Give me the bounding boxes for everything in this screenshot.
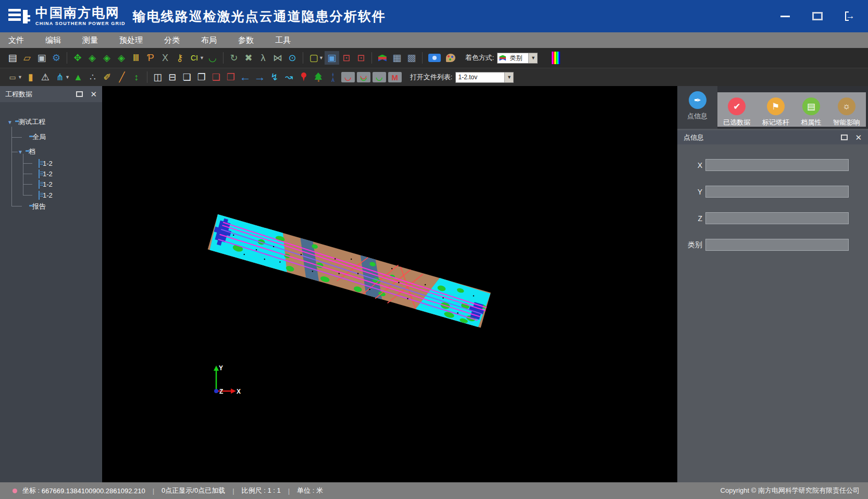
select-active-icon[interactable]: ▣	[325, 51, 339, 65]
tree-classify-icon[interactable]	[311, 70, 326, 84]
sag-curve-green-icon[interactable]: ◡	[373, 72, 386, 82]
classify-tool-3-icon[interactable]: ◈	[114, 51, 129, 65]
menu-tools[interactable]: 工具	[275, 35, 291, 45]
select-dotted-1-icon[interactable]: ⊡	[339, 51, 354, 65]
field-input-z[interactable]	[705, 212, 849, 224]
window-marker-1-icon[interactable]: ❑	[209, 70, 224, 84]
measure-p-icon[interactable]: Ƥ	[143, 51, 158, 65]
rainbow-bar-icon[interactable]	[547, 51, 565, 65]
menu-file[interactable]: 文件	[8, 35, 24, 45]
warning-triangle-icon[interactable]: ⚠	[38, 70, 53, 84]
select-dotted-2-icon[interactable]: ⊡	[354, 51, 368, 65]
settings-gear-icon[interactable]: ⚙	[49, 51, 64, 65]
menu-measure[interactable]: 测量	[82, 35, 98, 45]
tab-mark-tower[interactable]: ⚑ 标记塔杆	[762, 92, 789, 127]
field-label-x: X	[677, 161, 702, 169]
tab-point-info[interactable]: ✒ 点信息	[677, 86, 717, 129]
visibility-eye-icon[interactable]: ⊙	[285, 51, 300, 65]
height-marker-icon[interactable]: ↕	[129, 70, 144, 84]
open-file-icon[interactable]: ▱	[20, 51, 34, 65]
panel-close-icon[interactable]: ✕	[90, 90, 97, 98]
tree-item-label: 1-2	[43, 160, 53, 167]
diagonal-ruler-icon[interactable]: ╱	[115, 70, 129, 84]
expander-icon[interactable]: ▼	[7, 119, 13, 125]
sag-curve-mixed-icon[interactable]: ◡	[357, 72, 370, 82]
tab-span-attr[interactable]: ▤ 档属性	[801, 92, 821, 127]
field-input-x[interactable]	[705, 159, 849, 171]
panel-restore-icon[interactable]	[841, 135, 848, 140]
coloring-mode-select[interactable]: 类别 ▼	[497, 53, 538, 64]
tab-selected-data[interactable]: ✔ 已选数据	[723, 92, 750, 127]
menu-preprocess[interactable]: 预处理	[119, 35, 143, 45]
menu-edit[interactable]: 编辑	[45, 35, 61, 45]
grid-filter-icon[interactable]: ▩	[404, 51, 419, 65]
grid-points-icon[interactable]: ▦	[390, 51, 404, 65]
folder-window-icon[interactable]: ❐	[194, 70, 209, 84]
menu-layout[interactable]: 布局	[201, 35, 217, 45]
field-label-z: Z	[677, 214, 702, 223]
menu-params[interactable]: 参数	[238, 35, 254, 45]
field-input-class[interactable]	[705, 239, 849, 251]
viewport-canvas[interactable]: Y X Z	[102, 86, 677, 482]
bars-tool-icon[interactable]: Ⅲ	[129, 51, 143, 65]
tower-classify-icon[interactable]	[326, 70, 340, 84]
file-list-dropdown-icon[interactable]: ▼	[504, 72, 513, 82]
ci-dropdown-icon[interactable]: ▼	[200, 55, 204, 60]
brush-dropdown-icon[interactable]: ▼	[18, 75, 22, 80]
section-bowtie-icon[interactable]: ⋈	[270, 51, 285, 65]
minimize-icon[interactable]	[778, 9, 792, 23]
menu-classify[interactable]: 分类	[164, 35, 180, 45]
save-file-icon[interactable]: ▣	[34, 51, 49, 65]
snapshot-camera-icon[interactable]	[426, 51, 443, 65]
maximize-icon[interactable]	[811, 9, 824, 23]
tree-item-global[interactable]: 全局	[29, 132, 46, 142]
split-vertical-icon[interactable]: ◫	[151, 70, 165, 84]
tab-smart-impact[interactable]: ☼ 智能影响	[833, 92, 860, 127]
panel-restore-icon[interactable]	[76, 91, 83, 97]
classify-tool-1-icon[interactable]: ◈	[85, 51, 100, 65]
cascade-windows-icon[interactable]: ❏	[180, 70, 194, 84]
tree-item-file[interactable]: 1-2	[39, 169, 53, 178]
pan-move-icon[interactable]: ✥	[70, 51, 85, 65]
toolbar-separator	[371, 52, 372, 64]
classify-tool-2-icon[interactable]: ◈	[100, 51, 114, 65]
catenary-fit-icon[interactable]: ◡	[205, 51, 220, 65]
copyright-text: Copyright © 南方电网科学研究院有限责任公司	[721, 486, 860, 495]
prev-view-icon[interactable]: ←	[238, 70, 253, 84]
tree-item-project-root[interactable]: ▼ 测试工程	[7, 117, 45, 127]
measure-x-icon[interactable]: X	[158, 51, 172, 65]
coloring-dropdown-icon[interactable]: ▼	[528, 53, 537, 63]
marker-m-icon[interactable]: M	[388, 72, 402, 82]
profile-lambda-icon[interactable]: λ	[256, 51, 270, 65]
select-rect-dropdown-icon[interactable]: ▼	[319, 55, 324, 60]
panel-close-icon[interactable]: ✕	[855, 133, 862, 141]
polyline-1-icon[interactable]: ↯	[267, 70, 282, 84]
tree-item-span[interactable]: ▼ 档	[18, 147, 35, 156]
tree-item-report[interactable]: 报告	[29, 202, 46, 211]
north-arrow-icon[interactable]: ▲	[71, 70, 85, 84]
polyline-2-icon[interactable]: ↝	[282, 70, 296, 84]
exit-icon[interactable]: →	[843, 9, 857, 23]
split-horizontal-icon[interactable]: ⊟	[165, 70, 180, 84]
key-tool-icon[interactable]: ⚷	[172, 51, 187, 65]
new-file-icon[interactable]: ▤	[5, 51, 20, 65]
expander-icon[interactable]: ▼	[18, 149, 23, 155]
node-graph-icon[interactable]: ∴	[85, 70, 100, 84]
field-input-y[interactable]	[705, 186, 849, 198]
next-view-icon[interactable]: →	[253, 70, 267, 84]
clean-broom-icon[interactable]: ✐	[100, 70, 115, 84]
window-marker-2-icon[interactable]: ❒	[224, 70, 238, 84]
rotate-view-icon[interactable]: ↻	[227, 51, 241, 65]
tree-item-file[interactable]: 1-2	[39, 179, 53, 189]
render-palette-icon[interactable]	[443, 51, 458, 65]
sag-curve-red-icon[interactable]: ◡	[341, 72, 355, 82]
layer-stack-icon[interactable]	[375, 51, 390, 65]
vector-dropdown-icon[interactable]: ▼	[65, 75, 70, 80]
tree-item-file[interactable]: 1-2	[39, 159, 53, 168]
file-list-select[interactable]: 1-2.tov ▼	[455, 72, 514, 83]
tab-label: 档属性	[801, 118, 821, 127]
vertical-ruler-icon[interactable]: ▮	[23, 70, 38, 84]
tree-item-file[interactable]: 1-2	[39, 190, 53, 200]
location-pin-icon[interactable]	[296, 70, 311, 84]
delete-cross-icon[interactable]: ✖	[241, 51, 256, 65]
